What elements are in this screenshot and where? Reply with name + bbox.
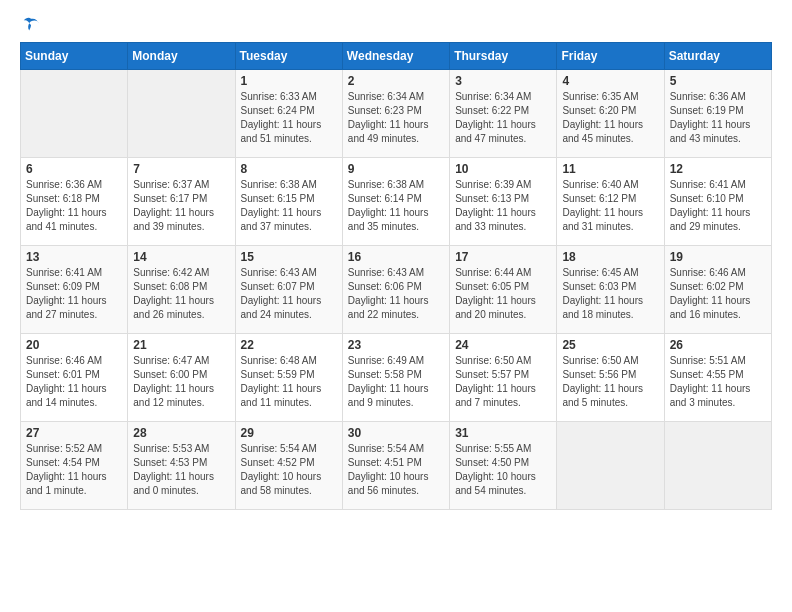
day-info-text: Sunrise: 5:51 AM xyxy=(670,354,766,368)
day-number: 21 xyxy=(133,338,229,352)
day-info-text: Sunrise: 6:45 AM xyxy=(562,266,658,280)
calendar-cell: 22Sunrise: 6:48 AMSunset: 5:59 PMDayligh… xyxy=(235,334,342,422)
day-number: 5 xyxy=(670,74,766,88)
day-number: 20 xyxy=(26,338,122,352)
calendar-cell: 23Sunrise: 6:49 AMSunset: 5:58 PMDayligh… xyxy=(342,334,449,422)
weekday-header: Tuesday xyxy=(235,43,342,70)
day-info-text: Sunset: 4:51 PM xyxy=(348,456,444,470)
day-info-text: Daylight: 10 hours and 56 minutes. xyxy=(348,470,444,498)
calendar-cell: 6Sunrise: 6:36 AMSunset: 6:18 PMDaylight… xyxy=(21,158,128,246)
day-number: 1 xyxy=(241,74,337,88)
day-info-text: Sunrise: 6:35 AM xyxy=(562,90,658,104)
calendar-cell: 18Sunrise: 6:45 AMSunset: 6:03 PMDayligh… xyxy=(557,246,664,334)
day-info-text: Sunset: 6:24 PM xyxy=(241,104,337,118)
day-number: 14 xyxy=(133,250,229,264)
day-info-text: Sunset: 6:07 PM xyxy=(241,280,337,294)
day-info-text: Daylight: 11 hours and 33 minutes. xyxy=(455,206,551,234)
day-info-text: Sunset: 6:18 PM xyxy=(26,192,122,206)
day-number: 28 xyxy=(133,426,229,440)
page-header xyxy=(20,16,772,34)
day-info-text: Daylight: 11 hours and 43 minutes. xyxy=(670,118,766,146)
day-info-text: Daylight: 11 hours and 16 minutes. xyxy=(670,294,766,322)
calendar-cell: 26Sunrise: 5:51 AMSunset: 4:55 PMDayligh… xyxy=(664,334,771,422)
day-info-text: Daylight: 11 hours and 0 minutes. xyxy=(133,470,229,498)
calendar-cell: 21Sunrise: 6:47 AMSunset: 6:00 PMDayligh… xyxy=(128,334,235,422)
day-info-text: Daylight: 10 hours and 54 minutes. xyxy=(455,470,551,498)
day-number: 4 xyxy=(562,74,658,88)
calendar-cell xyxy=(21,70,128,158)
day-info-text: Daylight: 11 hours and 11 minutes. xyxy=(241,382,337,410)
weekday-header: Wednesday xyxy=(342,43,449,70)
day-info-text: Sunset: 6:19 PM xyxy=(670,104,766,118)
day-number: 27 xyxy=(26,426,122,440)
day-info-text: Sunrise: 6:34 AM xyxy=(348,90,444,104)
logo-bird-icon xyxy=(22,16,40,34)
calendar-cell xyxy=(128,70,235,158)
calendar-week-row: 27Sunrise: 5:52 AMSunset: 4:54 PMDayligh… xyxy=(21,422,772,510)
day-info-text: Sunset: 6:20 PM xyxy=(562,104,658,118)
day-info-text: Sunrise: 6:38 AM xyxy=(241,178,337,192)
calendar-cell: 8Sunrise: 6:38 AMSunset: 6:15 PMDaylight… xyxy=(235,158,342,246)
day-info-text: Sunrise: 6:41 AM xyxy=(670,178,766,192)
calendar-table: SundayMondayTuesdayWednesdayThursdayFrid… xyxy=(20,42,772,510)
day-info-text: Sunrise: 6:36 AM xyxy=(26,178,122,192)
day-info-text: Sunrise: 6:46 AM xyxy=(26,354,122,368)
day-info-text: Sunset: 6:02 PM xyxy=(670,280,766,294)
day-info-text: Sunrise: 6:36 AM xyxy=(670,90,766,104)
day-info-text: Daylight: 11 hours and 39 minutes. xyxy=(133,206,229,234)
calendar-cell: 31Sunrise: 5:55 AMSunset: 4:50 PMDayligh… xyxy=(450,422,557,510)
day-info-text: Daylight: 11 hours and 18 minutes. xyxy=(562,294,658,322)
day-info-text: Sunrise: 5:55 AM xyxy=(455,442,551,456)
calendar-cell: 11Sunrise: 6:40 AMSunset: 6:12 PMDayligh… xyxy=(557,158,664,246)
day-number: 25 xyxy=(562,338,658,352)
day-info-text: Sunset: 4:50 PM xyxy=(455,456,551,470)
day-info-text: Sunset: 5:59 PM xyxy=(241,368,337,382)
day-info-text: Sunrise: 6:49 AM xyxy=(348,354,444,368)
day-info-text: Daylight: 11 hours and 27 minutes. xyxy=(26,294,122,322)
day-info-text: Sunrise: 6:41 AM xyxy=(26,266,122,280)
day-info-text: Sunrise: 6:44 AM xyxy=(455,266,551,280)
day-info-text: Sunset: 4:52 PM xyxy=(241,456,337,470)
calendar-cell xyxy=(557,422,664,510)
day-info-text: Sunset: 6:23 PM xyxy=(348,104,444,118)
day-info-text: Sunset: 4:54 PM xyxy=(26,456,122,470)
day-info-text: Sunrise: 6:39 AM xyxy=(455,178,551,192)
day-info-text: Daylight: 11 hours and 37 minutes. xyxy=(241,206,337,234)
calendar-cell: 25Sunrise: 6:50 AMSunset: 5:56 PMDayligh… xyxy=(557,334,664,422)
day-number: 2 xyxy=(348,74,444,88)
day-info-text: Daylight: 11 hours and 7 minutes. xyxy=(455,382,551,410)
day-number: 7 xyxy=(133,162,229,176)
day-number: 22 xyxy=(241,338,337,352)
calendar-week-row: 13Sunrise: 6:41 AMSunset: 6:09 PMDayligh… xyxy=(21,246,772,334)
day-info-text: Daylight: 11 hours and 22 minutes. xyxy=(348,294,444,322)
calendar-cell: 29Sunrise: 5:54 AMSunset: 4:52 PMDayligh… xyxy=(235,422,342,510)
day-info-text: Sunrise: 5:52 AM xyxy=(26,442,122,456)
calendar-week-row: 6Sunrise: 6:36 AMSunset: 6:18 PMDaylight… xyxy=(21,158,772,246)
day-info-text: Daylight: 11 hours and 49 minutes. xyxy=(348,118,444,146)
day-info-text: Sunset: 4:53 PM xyxy=(133,456,229,470)
day-info-text: Sunrise: 6:43 AM xyxy=(348,266,444,280)
day-number: 8 xyxy=(241,162,337,176)
day-info-text: Sunset: 6:13 PM xyxy=(455,192,551,206)
day-info-text: Daylight: 11 hours and 31 minutes. xyxy=(562,206,658,234)
day-info-text: Daylight: 11 hours and 1 minute. xyxy=(26,470,122,498)
day-info-text: Sunrise: 5:54 AM xyxy=(348,442,444,456)
day-info-text: Sunrise: 6:38 AM xyxy=(348,178,444,192)
day-info-text: Sunrise: 6:50 AM xyxy=(562,354,658,368)
calendar-cell: 13Sunrise: 6:41 AMSunset: 6:09 PMDayligh… xyxy=(21,246,128,334)
day-info-text: Sunrise: 6:40 AM xyxy=(562,178,658,192)
day-info-text: Daylight: 11 hours and 5 minutes. xyxy=(562,382,658,410)
day-info-text: Sunrise: 6:42 AM xyxy=(133,266,229,280)
day-info-text: Sunset: 6:10 PM xyxy=(670,192,766,206)
day-info-text: Sunset: 6:14 PM xyxy=(348,192,444,206)
day-info-text: Sunset: 6:01 PM xyxy=(26,368,122,382)
day-number: 23 xyxy=(348,338,444,352)
day-info-text: Daylight: 10 hours and 58 minutes. xyxy=(241,470,337,498)
calendar-cell: 9Sunrise: 6:38 AMSunset: 6:14 PMDaylight… xyxy=(342,158,449,246)
calendar-cell: 16Sunrise: 6:43 AMSunset: 6:06 PMDayligh… xyxy=(342,246,449,334)
day-number: 24 xyxy=(455,338,551,352)
day-number: 11 xyxy=(562,162,658,176)
calendar-cell: 17Sunrise: 6:44 AMSunset: 6:05 PMDayligh… xyxy=(450,246,557,334)
day-info-text: Sunrise: 6:34 AM xyxy=(455,90,551,104)
day-info-text: Daylight: 11 hours and 35 minutes. xyxy=(348,206,444,234)
